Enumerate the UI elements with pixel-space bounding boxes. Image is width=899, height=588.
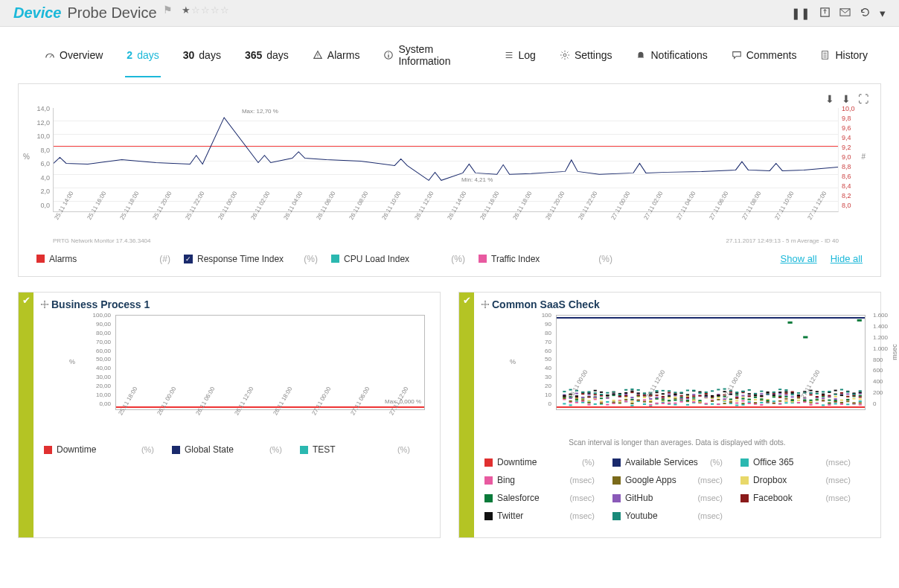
svg-rect-211 — [698, 392, 701, 394]
legend-label: Downtime — [57, 444, 96, 455]
svg-rect-446 — [788, 322, 793, 324]
legend-item[interactable]: GitHub(msec) — [612, 493, 723, 503]
legend-item[interactable]: TEST(%) — [300, 444, 410, 455]
legend-swatch[interactable] — [331, 255, 339, 263]
svg-rect-220 — [705, 392, 708, 393]
export-icon[interactable] — [819, 7, 831, 20]
legend-item[interactable]: CPU Load Index(%) — [331, 254, 465, 264]
svg-rect-444 — [859, 392, 862, 393]
legend-item[interactable]: Youtube(msec) — [612, 511, 723, 521]
tab-2days[interactable]: 2days — [125, 39, 160, 77]
legend-checkbox[interactable]: ✓ — [184, 255, 193, 263]
legend-unit: (msec) — [569, 511, 595, 520]
legend-item[interactable]: Downtime(%) — [44, 444, 154, 455]
tab-label: Alarms — [327, 49, 360, 61]
priority-stars[interactable]: ★ ☆ ☆ ☆ ☆ — [182, 4, 229, 16]
tab-30days[interactable]: 30days — [182, 39, 223, 77]
chevron-down-icon[interactable]: ▾ — [880, 7, 886, 20]
svg-rect-184 — [680, 392, 683, 393]
legend-swatch — [484, 512, 493, 520]
sensor-saas-check[interactable]: ✔ Common SaaS Check % msec 1009080706050… — [458, 292, 881, 538]
tab-row: Overview 2days 30days 365days Alarms Sys… — [0, 27, 899, 77]
tab-365days[interactable]: 365days — [243, 39, 290, 77]
svg-rect-293 — [760, 402, 763, 403]
legend-item[interactable]: Global State(%) — [172, 444, 282, 455]
svg-rect-309 — [767, 392, 770, 393]
downtime-line — [557, 406, 865, 408]
svg-rect-411 — [840, 403, 843, 405]
star-icon[interactable]: ☆ — [211, 4, 220, 16]
tab-comments[interactable]: Comments — [730, 39, 799, 77]
legend-item[interactable]: ✓Response Time Index(%) — [184, 254, 318, 264]
y2-unit: msec — [891, 344, 898, 360]
svg-rect-238 — [717, 389, 720, 390]
drag-handle-icon[interactable] — [41, 301, 48, 308]
tab-sysinfo[interactable]: System Information — [382, 39, 481, 77]
drag-handle-icon[interactable] — [482, 301, 489, 308]
tab-overview[interactable]: Overview — [43, 39, 104, 77]
legend-unit: (%) — [710, 458, 723, 467]
legend-item[interactable]: Traffic Index(%) — [479, 254, 612, 264]
tab-alarms[interactable]: Alarms — [311, 39, 362, 77]
svg-rect-169 — [674, 398, 676, 400]
header-actions: ❚❚ ▾ — [791, 7, 886, 20]
svg-rect-319 — [772, 392, 775, 393]
svg-rect-331 — [784, 398, 787, 400]
svg-rect-318 — [772, 394, 775, 396]
legend-item[interactable]: Available Services(%) — [612, 457, 723, 467]
star-icon[interactable]: ☆ — [201, 4, 210, 16]
main-chart[interactable]: % # 14,012,010,08,06,04,02,00,0 10,09,89… — [53, 108, 839, 234]
tab-label: Settings — [575, 49, 612, 61]
tab-notifications[interactable]: Notifications — [634, 39, 708, 77]
legend-item[interactable]: Twitter(msec) — [484, 511, 595, 521]
svg-rect-97 — [624, 399, 627, 400]
sensor-business-process[interactable]: ✔ Business Process 1 % 100,0090,0080,007… — [18, 292, 441, 538]
expand-icon[interactable]: ⛶ — [858, 93, 868, 105]
svg-rect-421 — [846, 400, 849, 402]
legend-item[interactable]: Facebook(msec) — [740, 493, 851, 503]
footer-right: 27.11.2017 12:49:13 - 5 m Average - ID 4… — [726, 237, 839, 244]
svg-rect-100 — [624, 394, 627, 395]
svg-rect-120 — [637, 392, 640, 394]
tab-history[interactable]: History — [819, 39, 869, 77]
svg-rect-275 — [748, 401, 751, 403]
legend-item[interactable]: Dropbox(msec) — [740, 475, 851, 485]
svg-rect-431 — [852, 398, 855, 400]
svg-rect-398 — [828, 395, 831, 397]
legend-swatch[interactable] — [479, 255, 487, 263]
legend-item[interactable]: Alarms(#) — [36, 254, 170, 264]
sensor-title: Common SaaS Check — [492, 298, 600, 310]
tab-settings[interactable]: Settings — [558, 39, 614, 77]
legend-unit: (%) — [141, 445, 154, 454]
show-all-link[interactable]: Show all — [781, 253, 817, 264]
star-icon[interactable]: ☆ — [220, 4, 229, 16]
download-icon[interactable]: ⬇ — [842, 93, 851, 105]
email-icon[interactable] — [839, 7, 851, 20]
legend-item[interactable]: Downtime(%) — [484, 457, 595, 467]
svg-rect-69 — [606, 404, 609, 406]
svg-rect-68 — [606, 401, 609, 403]
refresh-icon[interactable] — [860, 7, 871, 20]
legend-unit: (msec) — [569, 476, 595, 485]
legend-swatch[interactable] — [36, 255, 45, 263]
tab-label: History — [835, 49, 868, 61]
svg-rect-79 — [612, 401, 615, 403]
svg-rect-400 — [828, 391, 831, 392]
flag-icon[interactable]: ⚑ — [163, 4, 173, 16]
star-icon[interactable]: ☆ — [191, 4, 200, 16]
hide-all-link[interactable]: Hide all — [831, 253, 863, 264]
tab-log[interactable]: Log — [502, 39, 537, 77]
svg-rect-301 — [760, 391, 763, 392]
legend-item[interactable]: Office 365(msec) — [740, 457, 851, 467]
legend-item[interactable]: Salesforce(msec) — [484, 493, 595, 503]
pause-icon[interactable]: ❚❚ — [791, 7, 810, 20]
legend-item[interactable]: Bing(msec) — [484, 475, 595, 485]
download-icon[interactable]: ⬇ — [825, 93, 834, 105]
svg-rect-325 — [778, 393, 781, 394]
svg-rect-321 — [778, 403, 781, 404]
svg-rect-439 — [859, 402, 862, 403]
svg-rect-89 — [618, 400, 621, 402]
star-icon[interactable]: ★ — [182, 4, 191, 16]
svg-rect-346 — [791, 394, 794, 395]
legend-item[interactable]: Google Apps(msec) — [612, 475, 723, 485]
